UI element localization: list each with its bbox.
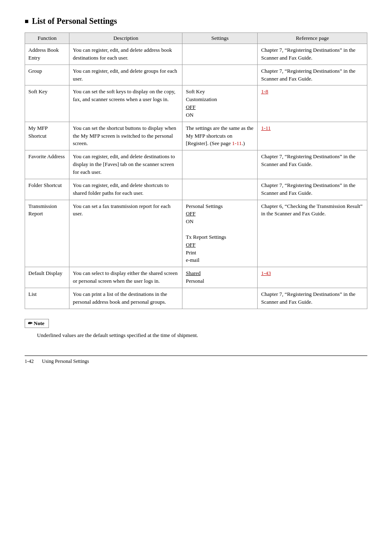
cell-settings: Soft KeyCustomizationOFFON	[182, 85, 258, 122]
cell-function: Folder Shortcut	[25, 179, 69, 200]
cell-function: Favorite Address	[25, 150, 69, 179]
cell-description: You can select to display either the sha…	[69, 267, 182, 288]
note-label-text: Note	[34, 320, 44, 327]
cell-reference: Chapter 7, “Registering Destinations” in…	[258, 150, 367, 179]
cell-function: Default Display	[25, 267, 69, 288]
table-row: Soft KeyYou can set the soft keys to dis…	[25, 85, 367, 122]
page-title: List of Personal Settings	[25, 16, 367, 26]
col-header-reference: Reference page	[258, 33, 367, 44]
cell-settings	[182, 65, 258, 85]
cell-reference: 1-11	[258, 122, 367, 150]
cell-settings: Personal SettingsOFFONTx Report Settings…	[182, 200, 258, 267]
cell-function: Transmission Report	[25, 200, 69, 267]
table-row: Folder ShortcutYou can register, edit, a…	[25, 179, 367, 200]
cell-reference: Chapter 7, “Registering Destinations” in…	[258, 65, 367, 85]
cell-description: You can set the shortcut buttons to disp…	[69, 122, 182, 150]
cell-description: You can set a fax transmission report fo…	[69, 200, 182, 267]
cell-settings	[182, 44, 258, 65]
cell-settings	[182, 288, 258, 309]
cell-description: You can register, edit, and delete short…	[69, 179, 182, 200]
cell-description: You can set the soft keys to display on …	[69, 85, 182, 122]
cell-settings: The settings are the same as the My MFP …	[182, 122, 258, 150]
table-row: GroupYou can register, edit, and delete …	[25, 65, 367, 85]
footer: 1-42 Using Personal Settings	[25, 355, 367, 365]
cell-reference: 1-43	[258, 267, 367, 288]
footer-chapter: Using Personal Settings	[42, 358, 89, 365]
table-row: My MFP ShortcutYou can set the shortcut …	[25, 122, 367, 150]
cell-reference: 1-8	[258, 85, 367, 122]
table-row: Transmission ReportYou can set a fax tra…	[25, 200, 367, 267]
table-row: ListYou can print a list of the destinat…	[25, 288, 367, 309]
cell-reference: Chapter 7, “Registering Destinations” in…	[258, 44, 367, 65]
settings-table: Function Description Settings Reference …	[25, 32, 367, 309]
note-container: ✏ Note Underlined values are the default…	[25, 319, 367, 339]
cell-description: You can register, edit, and delete group…	[69, 65, 182, 85]
cell-function: List	[25, 288, 69, 309]
table-row: Favorite AddressYou can register, edit, …	[25, 150, 367, 179]
cell-settings: SharedPersonal	[182, 267, 258, 288]
cell-function: Address Book Entry	[25, 44, 69, 65]
col-header-settings: Settings	[182, 33, 258, 44]
note-text: Underlined values are the default settin…	[25, 331, 367, 339]
cell-reference: Chapter 7, “Registering Destinations” in…	[258, 288, 367, 309]
cell-description: You can register, edit, and delete addre…	[69, 44, 182, 65]
note-icon: ✏	[28, 320, 32, 327]
cell-settings	[182, 150, 258, 179]
cell-reference: Chapter 6, “Checking the Transmission Re…	[258, 200, 367, 267]
footer-page: 1-42	[25, 358, 34, 365]
col-header-description: Description	[69, 33, 182, 44]
cell-description: You can register, edit, and delete desti…	[69, 150, 182, 179]
cell-reference: Chapter 7, “Registering Destinations” in…	[258, 179, 367, 200]
table-row: Address Book EntryYou can register, edit…	[25, 44, 367, 65]
cell-function: My MFP Shortcut	[25, 122, 69, 150]
cell-function: Soft Key	[25, 85, 69, 122]
note-label: ✏ Note	[25, 319, 49, 328]
cell-function: Group	[25, 65, 69, 85]
table-row: Default DisplayYou can select to display…	[25, 267, 367, 288]
cell-settings	[182, 179, 258, 200]
cell-description: You can print a list of the destinations…	[69, 288, 182, 309]
col-header-function: Function	[25, 33, 69, 44]
